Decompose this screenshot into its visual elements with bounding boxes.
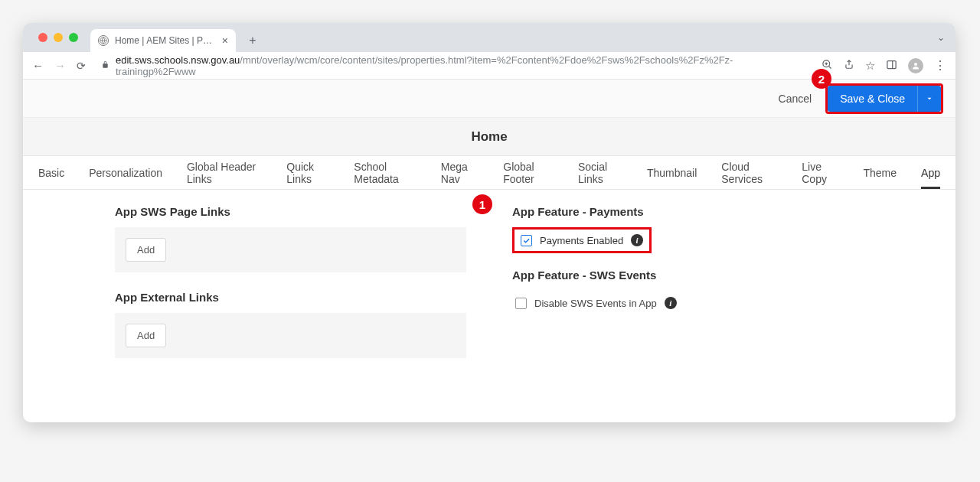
section-box-page-links: Add	[115, 227, 466, 272]
svg-rect-5	[887, 60, 896, 68]
disable-events-checkbox[interactable]	[515, 298, 527, 309]
tab-social-links[interactable]: Social Links	[578, 151, 622, 194]
payments-enabled-label: Payments Enabled	[540, 235, 623, 246]
section-payments: App Feature - Payments Payments Enabled …	[512, 205, 864, 253]
chevron-down-icon	[926, 95, 933, 103]
page-title: Home	[23, 118, 956, 156]
tabs-overflow-icon[interactable]: ⌄	[937, 32, 945, 43]
section-title-page-links: App SWS Page Links	[115, 205, 466, 218]
address-bar[interactable]: edit.sws.schools.nsw.gov.au/mnt/overlay/…	[96, 54, 811, 77]
tab-global-footer[interactable]: Global Footer	[503, 151, 554, 194]
events-row: Disable SWS Events in App i	[512, 291, 864, 315]
tab-personalization[interactable]: Personalization	[89, 158, 162, 188]
browser-tabbar: Home | AEM Sites | Page Prope × + ⌄	[23, 23, 956, 52]
back-button[interactable]: ←	[32, 59, 44, 72]
tab-cloud-services[interactable]: Cloud Services	[721, 151, 777, 194]
payments-enabled-checkbox[interactable]	[521, 235, 532, 246]
check-icon	[522, 236, 531, 245]
save-close-dropdown[interactable]	[918, 86, 941, 112]
payments-highlight: Payments Enabled i	[512, 227, 652, 253]
lock-icon	[101, 60, 109, 70]
section-title-events: App Feature - SWS Events	[512, 269, 864, 282]
new-tab-button[interactable]: +	[243, 31, 262, 50]
maximize-window-icon[interactable]	[69, 33, 78, 42]
kebab-menu-icon[interactable]: ⋮	[934, 58, 946, 73]
right-column: 1 App Feature - Payments Payments Enable…	[512, 205, 864, 315]
tab-school-metadata[interactable]: School Metadata	[354, 151, 416, 194]
tab-global-header-links[interactable]: Global Header Links	[187, 151, 262, 194]
annotation-badge-1: 1	[472, 194, 492, 214]
close-tab-icon[interactable]: ×	[222, 34, 228, 47]
save-close-highlight: Save & Close	[825, 83, 943, 114]
close-window-icon[interactable]	[38, 33, 47, 42]
profile-avatar[interactable]	[908, 58, 923, 73]
page-actionbar: 2 Cancel Save & Close	[23, 80, 956, 118]
tab-theme[interactable]: Theme	[863, 158, 897, 188]
annotation-badge-2: 2	[812, 69, 831, 89]
tab-app[interactable]: App	[921, 158, 940, 188]
tab-live-copy[interactable]: Live Copy	[802, 151, 838, 194]
window-controls	[31, 23, 86, 52]
section-box-external-links: Add	[115, 313, 466, 358]
left-column: App SWS Page Links Add App External Link…	[115, 205, 466, 376]
section-title-payments: App Feature - Payments	[512, 205, 864, 218]
info-icon[interactable]: i	[631, 234, 643, 246]
browser-tab-active[interactable]: Home | AEM Sites | Page Prope ×	[90, 29, 236, 52]
section-title-external-links: App External Links	[115, 291, 466, 304]
reload-button[interactable]: ⟳	[77, 60, 86, 72]
section-events: App Feature - SWS Events Disable SWS Eve…	[512, 269, 864, 315]
svg-point-7	[914, 63, 917, 66]
info-icon[interactable]: i	[665, 297, 677, 309]
share-icon[interactable]	[844, 59, 854, 72]
cancel-button[interactable]: Cancel	[779, 93, 812, 105]
tab-title: Home | AEM Sites | Page Prope	[115, 35, 216, 46]
browser-window: Home | AEM Sites | Page Prope × + ⌄ ← → …	[23, 23, 956, 422]
toolbar-actions: ☆ ⋮	[822, 58, 946, 73]
add-page-link-button[interactable]: Add	[126, 238, 166, 262]
tab-basic[interactable]: Basic	[38, 158, 64, 188]
property-tabs: Basic Personalization Global Header Link…	[23, 156, 956, 190]
panel-icon[interactable]	[886, 59, 897, 73]
url-domain: edit.sws.schools.nsw.gov.au	[116, 54, 240, 66]
bookmark-icon[interactable]: ☆	[865, 59, 875, 73]
svg-line-2	[828, 66, 831, 68]
tab-quick-links[interactable]: Quick Links	[286, 151, 329, 194]
save-close-button[interactable]: Save & Close	[828, 86, 918, 112]
tab-mega-nav[interactable]: Mega Nav	[441, 151, 479, 194]
forward-button[interactable]: →	[54, 59, 66, 72]
globe-icon	[98, 35, 109, 46]
content-area: App SWS Page Links Add App External Link…	[23, 190, 956, 422]
add-external-link-button[interactable]: Add	[126, 324, 166, 347]
tab-thumbnail[interactable]: Thumbnail	[647, 158, 697, 188]
minimize-window-icon[interactable]	[54, 33, 63, 42]
disable-events-label: Disable SWS Events in App	[534, 298, 657, 309]
